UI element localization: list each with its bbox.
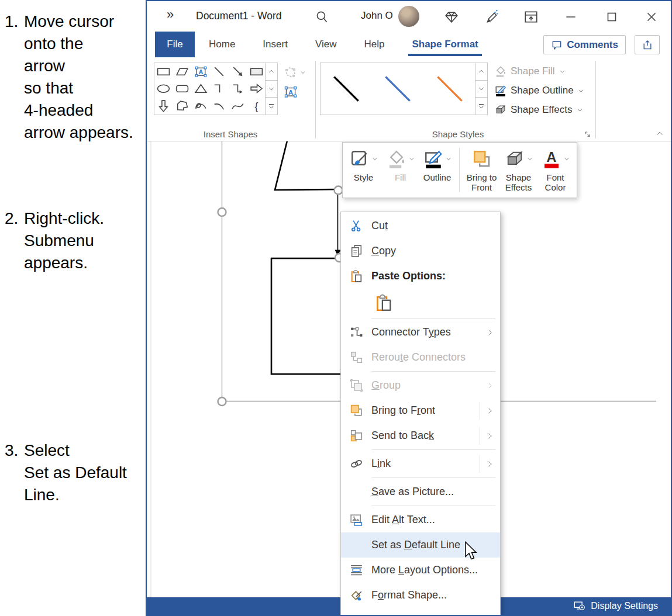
collapse-ribbon-icon[interactable]	[654, 129, 665, 137]
shape-text-box[interactable]: A	[191, 63, 210, 80]
menu-item-label: Edit Alt Text...	[371, 514, 500, 526]
menu-item-edit-alt-text[interactable]: Edit Alt Text...	[341, 507, 500, 532]
tab-help[interactable]: Help	[363, 33, 385, 56]
menu-item-label: Send to Back	[371, 430, 480, 442]
gallery-up-button[interactable]	[475, 63, 488, 81]
button-label: Shape Effects	[511, 104, 573, 116]
edit-shape-button[interactable]	[284, 65, 306, 79]
shape-rounded-rectangle[interactable]	[173, 80, 192, 97]
submenu-arrow-icon	[480, 328, 500, 337]
menu-item-group: Group	[341, 373, 500, 398]
chevron-down-icon	[577, 87, 585, 95]
share-button[interactable]	[635, 35, 660, 54]
tab-view[interactable]: View	[314, 33, 338, 56]
shape-elbow-connector[interactable]	[210, 80, 229, 97]
reroute-icon	[349, 350, 364, 365]
display-settings-label[interactable]: Display Settings	[591, 601, 658, 611]
shape-arrow[interactable]	[229, 63, 247, 80]
shape-oval[interactable]	[154, 80, 173, 97]
mini-bring-to-front-button[interactable]: Bring to Front	[463, 146, 500, 195]
shape-parallelogram[interactable]	[173, 63, 192, 80]
paste-option-keep-source-formatting[interactable]	[341, 289, 500, 317]
menu-separator	[371, 477, 495, 478]
draw-sparkle-icon[interactable]	[484, 9, 499, 25]
menu-item-copy[interactable]: Copy	[341, 238, 500, 264]
menu-item-paste-options[interactable]: Paste Options:	[341, 264, 500, 289]
shape-left-brace[interactable]: {	[247, 98, 266, 115]
menu-item-more-layout-options[interactable]: More Layout Options...	[341, 558, 500, 583]
tab-home[interactable]: Home	[208, 33, 236, 56]
instruction-step-1: 1.Move cursoronto thearrowso that4-heade…	[5, 11, 133, 144]
tab-insert[interactable]: Insert	[261, 33, 289, 56]
text-box-button[interactable]: A	[282, 84, 299, 99]
mini-font-color-button[interactable]: AFont Color	[537, 146, 574, 195]
step-number: 3.	[5, 439, 24, 506]
gallery-down-button[interactable]	[265, 81, 278, 98]
shape-rectangle[interactable]	[154, 63, 173, 80]
shape-style-preset-2[interactable]	[372, 63, 423, 115]
arrow-connector-head	[335, 250, 341, 257]
comments-button[interactable]: Comments	[543, 35, 626, 54]
menu-item-format-shape[interactable]: Format Shape...	[341, 583, 500, 608]
tab-shape-format[interactable]: Shape Format	[411, 33, 479, 56]
dialog-launcher-icon[interactable]	[583, 130, 592, 139]
shape-freeform[interactable]	[173, 98, 192, 115]
menu-item-reroute-connectors: Reroute Connectors	[341, 345, 500, 370]
elbow-arrow-icon	[230, 81, 246, 96]
shape-scribble[interactable]	[191, 98, 210, 115]
shape-arc[interactable]	[210, 98, 229, 115]
rectangle-icon	[156, 64, 171, 79]
menu-item-send-to-back[interactable]: Send to Back	[341, 423, 500, 448]
mini-fill-button: Fill	[382, 146, 419, 195]
gallery-up-button[interactable]	[265, 63, 278, 81]
close-icon[interactable]	[644, 9, 659, 25]
line-style-preview	[380, 71, 416, 107]
shape-effects-button[interactable]: Shape Effects	[494, 102, 585, 118]
menu-item-link[interactable]: Link	[341, 451, 500, 476]
mini-style-button[interactable]: Style	[345, 146, 382, 195]
menu-item-bring-to-front[interactable]: Bring to Front	[341, 398, 500, 423]
mini-button-label: Font Color	[537, 172, 574, 192]
format-shape-icon	[349, 588, 364, 603]
ribbon-display-options-icon[interactable]	[523, 9, 539, 25]
block-arrow-down-icon	[156, 99, 171, 113]
shape-line[interactable]	[210, 63, 229, 80]
tab-file[interactable]: File	[155, 32, 195, 57]
menu-item-cut[interactable]: Cut	[341, 213, 500, 238]
shape-elbow-arrow[interactable]	[229, 80, 247, 97]
shape-block-arrow-down[interactable]	[154, 98, 173, 115]
shape-fill-button: Shape Fill	[494, 63, 585, 79]
step-text: Right-click.Submenuappears.	[24, 207, 104, 274]
mini-toolbar: StyleFillOutlineBring to FrontShape Effe…	[342, 142, 577, 198]
menu-item-icon-slot	[341, 428, 371, 443]
gallery-more-button[interactable]	[265, 98, 278, 115]
menu-item-connector-types[interactable]: Connector Types	[341, 320, 500, 345]
menu-item-icon-slot	[341, 350, 371, 365]
shape-curve[interactable]	[229, 98, 247, 115]
menu-item-label: Connector Types	[371, 326, 480, 338]
shape-rectangle-shaded[interactable]	[247, 63, 266, 80]
mini-outline-button[interactable]: Outline	[419, 146, 456, 195]
clipboard-icon	[349, 269, 364, 283]
mini-button-icon-row	[504, 146, 533, 172]
shape-block-arrow-right[interactable]	[247, 80, 266, 97]
search-icon[interactable]	[314, 9, 329, 25]
selection-handle	[218, 208, 226, 216]
maximize-icon[interactable]	[604, 9, 619, 25]
menu-item-save-as-picture[interactable]: Save as Picture...	[341, 479, 500, 504]
mini-button-icon-row	[423, 146, 452, 172]
link-icon	[349, 456, 364, 471]
gallery-down-button[interactable]	[475, 81, 488, 98]
quick-access-overflow-chevron[interactable]: »	[167, 7, 173, 22]
mini-shape-effects-button[interactable]: Shape Effects	[500, 146, 537, 195]
shape-outline-button[interactable]: Shape Outline	[494, 82, 585, 99]
shape-style-preset-1[interactable]	[321, 63, 372, 115]
mini-button-icon-row	[349, 146, 378, 172]
shape-style-preset-3[interactable]	[424, 63, 475, 115]
menu-separator	[371, 449, 495, 450]
minimize-icon[interactable]	[563, 9, 578, 25]
premium-diamond-icon[interactable]	[444, 9, 459, 25]
avatar[interactable]	[398, 6, 419, 27]
shape-triangle[interactable]	[191, 80, 210, 97]
gallery-more-button[interactable]	[475, 98, 488, 115]
